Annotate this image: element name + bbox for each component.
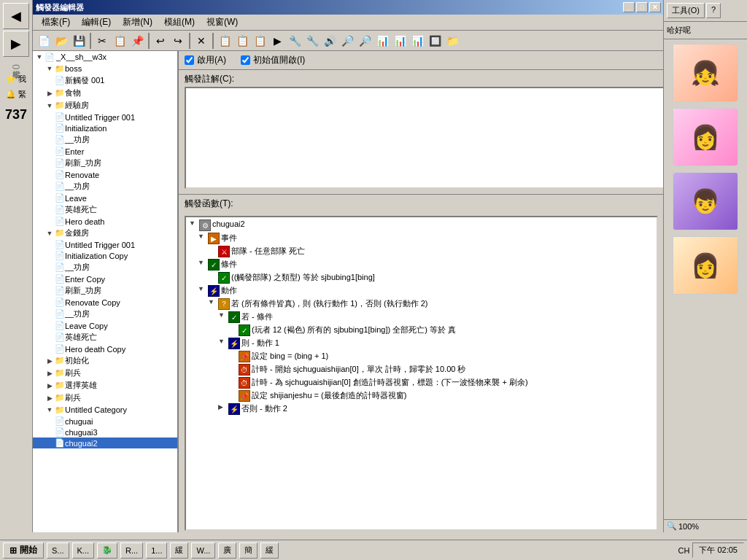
tb-btn10[interactable]: 📊 xyxy=(374,33,390,49)
tb-btn6[interactable]: 🔧 xyxy=(304,33,320,49)
ct-expand-then[interactable]: ▼ xyxy=(218,338,228,345)
expand-init2[interactable]: ▶ xyxy=(44,356,55,366)
tb-btn14[interactable]: 📁 xyxy=(444,33,460,49)
menu-file[interactable]: 檔案(F) xyxy=(36,15,76,30)
tb-cut[interactable]: ✂ xyxy=(94,33,110,49)
tree-item-herodie2[interactable]: 📄 英雄死亡 xyxy=(33,331,177,343)
tree-item-soldiers2[interactable]: ▶ 📁 刷兵 xyxy=(33,392,177,404)
maximize-button[interactable]: □ xyxy=(636,2,648,12)
tree-item-refresh[interactable]: 📄 刷新_功房 xyxy=(33,157,177,169)
menu-module[interactable]: 模組(M) xyxy=(158,15,201,30)
tree-item-herodeath[interactable]: 📄 Hero death xyxy=(33,216,177,227)
tb-new[interactable]: 📄 xyxy=(36,33,52,49)
expand-root[interactable]: ▼ xyxy=(34,52,44,62)
ct-expand-root[interactable]: ▼ xyxy=(189,219,199,227)
minimize-button[interactable]: _ xyxy=(623,2,635,12)
tb-delete[interactable]: ✕ xyxy=(193,33,209,49)
ct-expand-if[interactable]: ▼ xyxy=(208,298,218,306)
ct-expand-if-cond[interactable]: ▼ xyxy=(218,311,228,319)
start-button[interactable]: ⊞ 開始 xyxy=(3,542,44,559)
ct-expand-event[interactable]: ▼ xyxy=(198,233,208,240)
tree-item-new1[interactable]: 📄 新觸發 001 xyxy=(33,74,177,87)
close-button[interactable]: ✕ xyxy=(649,2,661,12)
taskbar-item-9[interactable]: 簡 xyxy=(239,542,258,559)
tb-redo[interactable]: ↪ xyxy=(170,33,186,49)
avatar-4[interactable]: 👩 xyxy=(673,236,738,295)
tb-paste[interactable]: 📌 xyxy=(129,33,145,49)
tree-item-exp[interactable]: ▼ 📁 經驗房 xyxy=(33,99,177,112)
tree-item-boss[interactable]: ▼ 📁 boss xyxy=(33,63,177,74)
taskbar-item-3[interactable]: 🐉 xyxy=(97,542,117,559)
tb-open[interactable]: 📂 xyxy=(53,33,69,49)
tb-save[interactable]: 💾 xyxy=(71,33,87,49)
tree-item-refresh2[interactable]: 📄 刷新_功房 xyxy=(33,284,177,297)
tree-item-func3[interactable]: 📄 __功房 xyxy=(33,261,177,273)
tb-btn3[interactable]: 📋 xyxy=(252,33,268,49)
tree-item-leave[interactable]: 📄 Leave xyxy=(33,192,177,203)
expand-exp[interactable]: ▼ xyxy=(44,101,55,111)
tree-item-func1[interactable]: 📄 __功房 xyxy=(33,133,177,146)
expand-soldiers[interactable]: ▶ xyxy=(44,368,55,378)
expand-uncat[interactable]: ▼ xyxy=(44,405,55,415)
tree-item-gold[interactable]: ▼ 📁 金錢房 xyxy=(33,227,177,239)
taskbar-item-5[interactable]: 1... xyxy=(146,542,167,559)
sidebar-icon-back[interactable]: ◀ xyxy=(3,3,29,29)
tb-copy[interactable]: 📋 xyxy=(112,33,128,49)
tb-btn5[interactable]: 🔧 xyxy=(287,33,303,49)
tree-item-soldiers[interactable]: ▶ 📁 刷兵 xyxy=(33,367,177,379)
ct-expand-cond[interactable]: ▼ xyxy=(198,259,208,266)
menu-edit[interactable]: 編輯(E) xyxy=(76,15,117,30)
tree-item-renovatecopy[interactable]: 📄 Renovate Copy xyxy=(33,297,177,308)
tree-item-initcopy[interactable]: 📄 Initialization Copy xyxy=(33,250,177,261)
tree-item-init2[interactable]: ▶ 📁 初始化 xyxy=(33,354,177,367)
tree-item-unt001g[interactable]: 📄 Untitled Trigger 001 xyxy=(33,239,177,250)
help-button[interactable]: ? xyxy=(706,3,721,18)
tb-btn8[interactable]: 🔎 xyxy=(339,33,355,49)
expand-soldiers2[interactable]: ▶ xyxy=(44,393,55,403)
taskbar-item-7[interactable]: W... xyxy=(191,542,215,559)
content-tree[interactable]: ▼ ⚙ chuguai2 ▼ ▶ 事件 ⚔ 部隊 - 任意部隊 死亡 xyxy=(185,216,658,531)
tree-item-entercopy[interactable]: 📄 Enter Copy xyxy=(33,273,177,284)
comment-textarea[interactable] xyxy=(185,87,664,189)
tb-btn11[interactable]: 📊 xyxy=(392,33,408,49)
avatar-3[interactable]: 👦 xyxy=(673,172,738,230)
taskbar-item-8[interactable]: 廣 xyxy=(218,542,236,559)
tree-item-leavecopy[interactable]: 📄 Leave Copy xyxy=(33,320,177,331)
tree-item-func4[interactable]: 📄 __功房 xyxy=(33,308,177,320)
tb-btn4[interactable]: ▶ xyxy=(269,33,285,49)
tree-item-herodeathcopy[interactable]: 📄 Hero death Copy xyxy=(33,343,177,354)
tree-item-renovate[interactable]: 📄 Renovate xyxy=(33,169,177,180)
avatar-1[interactable]: 👧 xyxy=(673,44,738,102)
sidebar-icon-forward[interactable]: ▶ xyxy=(3,31,29,57)
tree-item-uncat[interactable]: ▼ 📁 Untitled Category xyxy=(33,404,177,416)
enable-checkbox[interactable] xyxy=(185,55,194,65)
taskbar-item-4[interactable]: R... xyxy=(120,542,143,559)
tree-item-chuguai[interactable]: 📄 chuguai xyxy=(33,416,177,427)
tree-item-chuguai2[interactable]: 📄 chuguai2 xyxy=(33,438,177,448)
taskbar-item-2[interactable]: K... xyxy=(72,542,95,559)
tree-item-food[interactable]: ▶ 📁 食物 xyxy=(33,87,177,99)
tree-item-enter[interactable]: 📄 Enter xyxy=(33,146,177,157)
tree-item-unt001[interactable]: 📄 Untitled Trigger 001 xyxy=(33,112,177,122)
taskbar-item-1[interactable]: S... xyxy=(47,542,69,559)
menu-new[interactable]: 新增(N) xyxy=(117,15,158,30)
ct-expand-else[interactable]: ▶ xyxy=(218,403,228,411)
taskbar-item-6[interactable]: 緩 xyxy=(170,542,188,559)
tree-item-root[interactable]: ▼ 📄 _X__sh__w3x xyxy=(33,51,177,63)
tb-btn12[interactable]: 📊 xyxy=(409,33,425,49)
tb-btn9[interactable]: 🔎 xyxy=(357,33,373,49)
tb-btn7[interactable]: 🔊 xyxy=(322,33,338,49)
tree-item-herodie[interactable]: 📄 英雄死亡 xyxy=(33,203,177,216)
expand-choosehero[interactable]: ▶ xyxy=(44,381,55,391)
tree-item-chuguai3[interactable]: 📄 chuguai3 xyxy=(33,427,177,438)
ct-expand-act[interactable]: ▼ xyxy=(198,285,208,292)
tb-btn2[interactable]: 📋 xyxy=(234,33,250,49)
tree-item-choosehero[interactable]: ▶ 📁 選擇英雄 xyxy=(33,379,177,392)
avatar-2[interactable]: 👩 xyxy=(673,108,738,166)
menu-window[interactable]: 視窗(W) xyxy=(201,15,244,30)
taskbar-item-10[interactable]: 緩 xyxy=(260,542,279,559)
init-checkbox[interactable] xyxy=(241,55,250,65)
expand-food[interactable]: ▶ xyxy=(44,88,55,98)
tb-undo[interactable]: ↩ xyxy=(152,33,169,49)
tree-item-func2[interactable]: 📄 __功房 xyxy=(33,180,177,192)
